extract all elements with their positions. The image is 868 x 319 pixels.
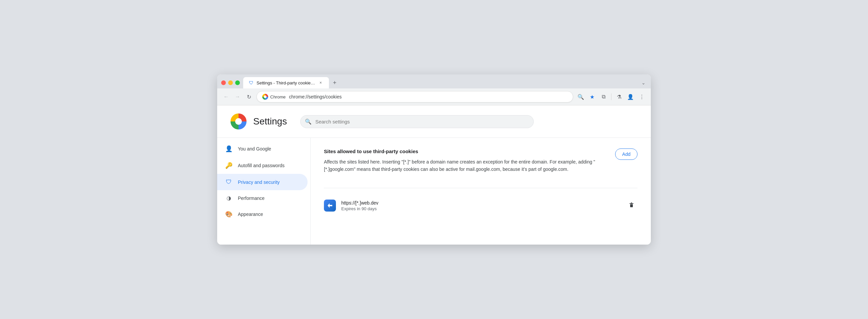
experiments-button[interactable]: ⚗ <box>614 92 624 102</box>
bookmark-star-button[interactable]: ★ <box>587 92 597 102</box>
traffic-lights <box>220 79 243 88</box>
close-traffic-light[interactable] <box>221 80 226 85</box>
toolbar-divider <box>611 93 612 100</box>
appearance-icon: 🎨 <box>225 210 232 218</box>
performance-icon: ◑ <box>225 195 232 201</box>
sidebar-label-you-and-google: You and Google <box>238 146 271 151</box>
settings-search: 🔍 <box>300 115 534 128</box>
browser-window: 🛡 Settings - Third-party cookie… × + ⌄ ←… <box>217 75 651 244</box>
section-description: Affects the sites listed here. Inserting… <box>324 158 607 173</box>
section-header-row: Sites allowed to use third-party cookies… <box>324 148 638 188</box>
sidebar-item-performance[interactable]: ◑ Performance <box>217 190 308 206</box>
tab-label: Settings - Third-party cookie… <box>256 80 315 85</box>
toolbar-actions: 🔍 ★ ⧉ ⚗ 👤 ⋮ <box>576 92 647 102</box>
trash-icon <box>628 202 635 208</box>
cookie-entry: https://[*.]web.dev Expires in 90 days <box>324 195 638 216</box>
cookie-url: https://[*.]web.dev <box>341 200 620 206</box>
page-title: Settings <box>253 116 287 127</box>
person-icon: 👤 <box>225 145 232 152</box>
tab-bar: 🛡 Settings - Third-party cookie… × + ⌄ <box>217 75 651 88</box>
toolbar: ← → ↻ Chrome chrome://settings/cookies 🔍… <box>217 88 651 106</box>
web-dev-favicon <box>324 200 336 211</box>
svg-marker-0 <box>328 203 332 208</box>
forward-button[interactable]: → <box>232 92 243 102</box>
extensions-button[interactable]: ⧉ <box>598 92 609 102</box>
search-icon: 🔍 <box>305 118 312 125</box>
settings-logo <box>230 113 247 129</box>
sidebar-item-autofill[interactable]: 🔑 Autofill and passwords <box>217 157 308 174</box>
sidebar-item-privacy-security[interactable]: 🛡 Privacy and security <box>217 174 308 190</box>
svg-rect-1 <box>630 204 633 207</box>
shield-icon: 🛡 <box>225 178 232 185</box>
settings-header: Settings 🔍 <box>217 106 651 138</box>
main-content: Sites allowed to use third-party cookies… <box>311 138 651 244</box>
profile-button[interactable]: 👤 <box>625 92 636 102</box>
settings-page: Settings 🔍 👤 You and Google 🔑 Autofill a… <box>217 106 651 244</box>
tab-favicon-icon: 🛡 <box>249 80 254 85</box>
svg-rect-3 <box>631 203 632 203</box>
search-wrap: 🔍 <box>300 115 534 128</box>
menu-button[interactable]: ⋮ <box>637 92 647 102</box>
sidebar-label-privacy-security: Privacy and security <box>238 179 280 185</box>
section-title: Sites allowed to use third-party cookies <box>324 148 607 154</box>
sidebar-label-appearance: Appearance <box>238 211 263 217</box>
omnibox-brand-label: Chrome <box>270 94 285 99</box>
chrome-logo-icon <box>262 94 268 100</box>
search-input[interactable] <box>300 115 534 128</box>
section-text: Sites allowed to use third-party cookies… <box>324 148 607 181</box>
maximize-traffic-light[interactable] <box>235 80 240 85</box>
omnibox-url: chrome://settings/cookies <box>289 94 342 99</box>
sidebar-item-you-and-google[interactable]: 👤 You and Google <box>217 141 308 157</box>
reload-button[interactable]: ↻ <box>244 92 254 102</box>
delete-cookie-button[interactable] <box>625 199 638 212</box>
minimize-traffic-light[interactable] <box>228 80 233 85</box>
tab-close-button[interactable]: × <box>317 80 323 86</box>
sidebar-label-performance: Performance <box>238 196 265 201</box>
new-tab-button[interactable]: + <box>330 78 340 88</box>
zoom-button[interactable]: 🔍 <box>576 92 586 102</box>
tab-expand-button[interactable]: ⌄ <box>639 79 648 87</box>
cookie-info: https://[*.]web.dev Expires in 90 days <box>341 200 620 211</box>
add-button[interactable]: Add <box>615 148 638 160</box>
omnibox-brand: Chrome <box>262 94 285 100</box>
sidebar-item-appearance[interactable]: 🎨 Appearance <box>217 206 308 223</box>
key-icon: 🔑 <box>225 162 232 169</box>
sidebar: 👤 You and Google 🔑 Autofill and password… <box>217 138 311 244</box>
settings-body: 👤 You and Google 🔑 Autofill and password… <box>217 138 651 244</box>
active-tab[interactable]: 🛡 Settings - Third-party cookie… × <box>243 77 329 88</box>
omnibox[interactable]: Chrome chrome://settings/cookies <box>256 91 573 103</box>
toolbar-nav: ← → ↻ <box>221 92 254 102</box>
back-button[interactable]: ← <box>221 92 231 102</box>
svg-rect-2 <box>629 203 633 204</box>
cookie-expires: Expires in 90 days <box>341 206 620 211</box>
sidebar-label-autofill: Autofill and passwords <box>238 163 284 168</box>
